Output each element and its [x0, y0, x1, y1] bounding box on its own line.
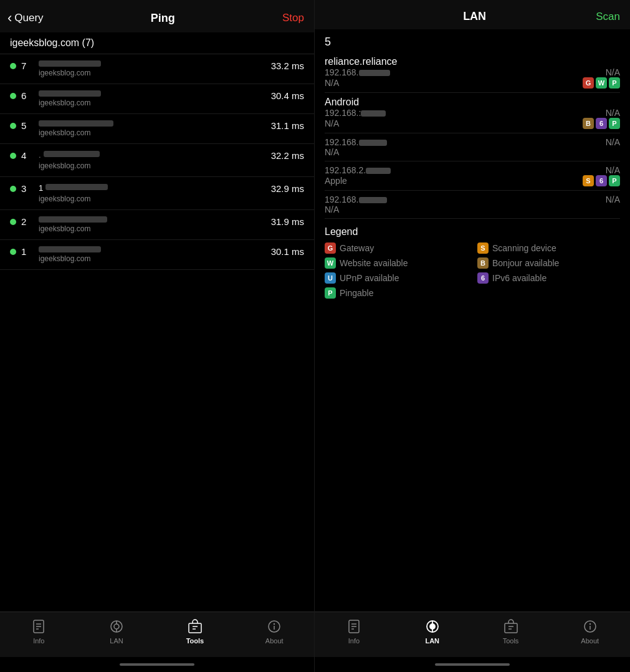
- ping-item[interactable]: 7 igeeksblog.com 33.2 ms: [0, 54, 314, 84]
- ping-status-dot: [10, 219, 16, 225]
- device-ip: 192.168.:: [325, 108, 386, 118]
- back-arrow-icon: ‹: [7, 10, 12, 26]
- ping-hostname: igeeksblog.com: [39, 69, 271, 77]
- ping-status-dot: [10, 153, 16, 159]
- badge-ipv6: 6: [596, 175, 607, 186]
- ip-blur: [359, 70, 390, 76]
- legend-badge-s: S: [477, 242, 489, 254]
- right-panel: LAN Scan 5 reliance.reliance 192.168. N/…: [315, 0, 630, 672]
- scan-button[interactable]: Scan: [596, 11, 620, 23]
- tab-tools[interactable]: Tools: [186, 618, 204, 645]
- device-entry[interactable]: 192.168. N/A N/A: [325, 133, 620, 161]
- legend-grid: G Gateway S Scanning device W Website av…: [325, 242, 620, 299]
- tab-lan[interactable]: LAN: [108, 618, 125, 645]
- back-label: Query: [14, 12, 43, 24]
- svg-point-13: [274, 624, 275, 625]
- ping-status-dot: [10, 93, 16, 99]
- device-name: reliance.reliance: [325, 56, 398, 67]
- device-sub-status: N/A: [325, 118, 339, 128]
- tab-info-label-right: Info: [348, 637, 360, 645]
- ping-number: 1: [21, 246, 34, 257]
- badge-bonjour: B: [583, 118, 594, 129]
- ping-details: igeeksblog.com: [39, 246, 271, 263]
- ping-hostname: igeeksblog.com: [39, 98, 271, 107]
- legend-item-bonjour: B Bonjour available: [477, 257, 620, 269]
- right-nav-title: LAN: [463, 10, 486, 23]
- tab-info-right[interactable]: Info: [346, 618, 362, 645]
- ping-item[interactable]: 2 igeeksblog.com 31.9 ms: [0, 210, 314, 240]
- ping-number: 7: [21, 60, 34, 71]
- tab-about-right[interactable]: About: [581, 618, 599, 645]
- svg-point-19: [430, 624, 435, 629]
- right-home-bar: [435, 663, 510, 666]
- tools-icon: [187, 618, 203, 635]
- ping-status-dot: [10, 123, 16, 129]
- ip-blur-bar: [39, 246, 101, 252]
- ping-details: igeeksblog.com: [39, 120, 271, 137]
- ping-status-dot: [10, 249, 16, 255]
- badge-pingable: P: [609, 77, 620, 89]
- device-badges: S 6 P: [583, 175, 620, 186]
- badge-pingable: P: [609, 175, 620, 186]
- ping-status-dot: [10, 63, 16, 69]
- ip-blur-bar: [44, 151, 100, 157]
- ip-blur-bar: [39, 216, 107, 223]
- device-status: N/A: [606, 137, 620, 147]
- ping-time: 32.2 ms: [271, 150, 304, 161]
- lan-content: 5 reliance.reliance 192.168. N/A N/A G W…: [315, 29, 630, 612]
- device-sub-status: N/A: [325, 78, 339, 88]
- ping-time: 31.1 ms: [271, 120, 304, 131]
- tab-lan-right[interactable]: LAN: [424, 618, 441, 645]
- info-icon: [31, 618, 47, 635]
- tab-tools-label: Tools: [186, 637, 204, 645]
- ping-number: 3: [21, 183, 34, 194]
- stop-button[interactable]: Stop: [282, 12, 304, 24]
- tab-about[interactable]: About: [265, 618, 284, 645]
- back-button[interactable]: ‹ Query: [7, 10, 44, 26]
- ping-item[interactable]: 5 igeeksblog.com 31.1 ms: [0, 114, 314, 144]
- device-entry[interactable]: 192.168.2. N/A Apple S 6 P: [325, 161, 620, 191]
- tab-about-label: About: [265, 637, 284, 645]
- legend-label-website: Website available: [340, 258, 408, 268]
- device-ip: 192.168.: [325, 67, 390, 77]
- device-badges: B 6 P: [583, 118, 620, 129]
- ip-blur: [366, 168, 391, 174]
- ping-time: 33.2 ms: [271, 60, 304, 71]
- badge-ipv6: 6: [596, 118, 607, 129]
- device-sub-status: Apple: [325, 176, 347, 186]
- tab-info[interactable]: Info: [31, 618, 47, 645]
- legend-label-pingable: Pingable: [340, 288, 374, 298]
- ping-item[interactable]: 4 . igeeksblog.com 32.2 ms: [0, 144, 314, 177]
- ping-number: 2: [21, 216, 34, 227]
- ping-list: 7 igeeksblog.com 33.2 ms 6 igeeksblog.co…: [0, 54, 314, 612]
- legend-badge-g: G: [325, 242, 336, 254]
- ping-item[interactable]: 3 1 igeeksblog.com 32.9 ms: [0, 177, 314, 210]
- ip-blur-bar: [39, 90, 101, 97]
- ip-blur: [359, 197, 387, 203]
- tab-tools-right[interactable]: Tools: [503, 618, 519, 645]
- ip-blur-bar: [45, 184, 108, 190]
- svg-point-27: [589, 624, 590, 625]
- ping-item[interactable]: 6 igeeksblog.com 30.4 ms: [0, 84, 314, 114]
- device-entry[interactable]: Android 192.168.: N/A N/A B 6 P: [325, 93, 620, 133]
- legend-item-gateway: G Gateway: [325, 242, 467, 254]
- ping-number: 6: [21, 90, 34, 101]
- badge-scanning: S: [583, 175, 594, 186]
- device-ip: 192.168.2.: [325, 165, 391, 175]
- badge-gateway: G: [583, 77, 594, 89]
- legend-title: Legend: [325, 226, 620, 238]
- device-sub-status: N/A: [325, 204, 339, 214]
- legend-badge-w: W: [325, 257, 336, 269]
- legend-label-ipv6: IPv6 available: [492, 273, 546, 283]
- ping-item[interactable]: 1 igeeksblog.com 30.1 ms: [0, 240, 314, 270]
- ip-blur: [361, 110, 386, 117]
- left-tab-bar: Info LAN Tools: [0, 612, 314, 657]
- tools-icon-right: [503, 618, 519, 635]
- legend-label-upnp: UPnP available: [340, 273, 399, 283]
- home-indicator: [0, 657, 314, 672]
- device-entry[interactable]: reliance.reliance 192.168. N/A N/A G W P: [325, 52, 620, 93]
- ping-details: 1 igeeksblog.com: [39, 183, 271, 203]
- tab-tools-label-right: Tools: [503, 637, 519, 645]
- device-entry[interactable]: 192.168. N/A N/A: [325, 191, 620, 219]
- ping-details: igeeksblog.com: [39, 60, 271, 77]
